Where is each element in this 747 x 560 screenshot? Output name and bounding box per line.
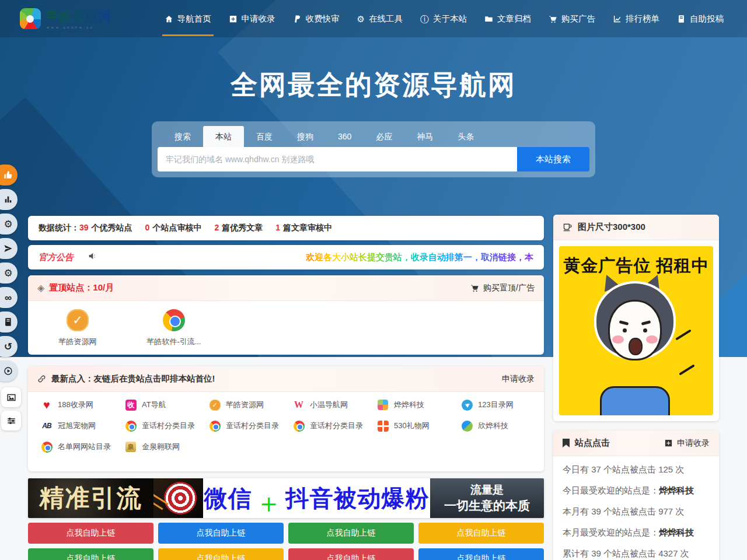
banner-segment-jingzhun: 精准引流 [28, 478, 153, 518]
site-link[interactable]: AB冠旭宠物网 [34, 420, 118, 432]
site-link[interactable]: 收AT导航 [118, 399, 202, 411]
site-link[interactable]: 烨烨科技 [370, 399, 454, 411]
tab-search-label[interactable]: 搜索 [162, 126, 203, 147]
stats-button[interactable] [0, 189, 18, 210]
refresh-button[interactable]: ↺ [0, 336, 18, 357]
announcement-text: 欢迎各大小站长提交贵站，收录自动排第一，取消链接，本 [306, 252, 533, 263]
nav-label: 在线工具 [369, 13, 403, 24]
nav-item-ranking[interactable]: 排行榜单 [613, 0, 659, 37]
speaker-icon [88, 251, 97, 263]
sliders-icon [6, 416, 16, 426]
plus-mark: ＋ [256, 485, 282, 518]
page-title: 全网最全的资源导航网 [0, 67, 747, 103]
tab-360[interactable]: 360 [326, 126, 364, 147]
journal-button[interactable] [0, 312, 18, 332]
plus-square-icon [664, 439, 673, 447]
tab-toutiao[interactable]: 头条 [445, 126, 486, 147]
click-stat-line: 今日最受欢迎的站点是：烨烨科技 [563, 485, 710, 496]
self-link-button[interactable]: 点我自助上链 [418, 548, 544, 560]
click-stat-line: 本月有 39 个站点被点击 977 次 [563, 506, 710, 517]
site-link[interactable]: 530礼物网 [370, 420, 454, 432]
infinity-button[interactable]: ∞ [0, 287, 18, 308]
globe-duo-icon [462, 421, 473, 432]
cart-icon [470, 284, 479, 292]
stats-prefix: 数据统计： [39, 223, 79, 233]
buy-pinned-ad-link[interactable]: 购买置顶/广告 [470, 283, 535, 293]
site-link[interactable]: ▶123目录网 [454, 399, 538, 411]
self-link-button[interactable]: 点我自助上链 [288, 523, 414, 544]
chrome-icon [125, 421, 137, 432]
nav-item-self-post[interactable]: 自助投稿 [677, 0, 724, 37]
self-link-button[interactable]: 点我自助上链 [158, 523, 284, 544]
ab-mark-icon: AB [41, 420, 53, 432]
tab-baidu[interactable]: 百度 [244, 126, 285, 147]
thumbs-up-icon [4, 170, 13, 180]
nav-item-archive[interactable]: 文章归档 [484, 0, 531, 37]
self-link-button[interactable]: 点我自助上链 [418, 523, 544, 544]
self-link-button[interactable]: 点我自助上链 [28, 523, 153, 544]
click-stat-line: 累计有 39 个站点被点击 4327 次 [563, 548, 710, 559]
chart-icon [613, 15, 622, 23]
gold-ad-slot-image[interactable]: 黄金广告位 招租中 [559, 246, 713, 415]
pinned-site[interactable]: ✓ 芊皓资源网 [46, 309, 110, 347]
gear-icon: ⚙ [4, 219, 12, 229]
folder-icon [484, 15, 493, 23]
nav-item-home[interactable]: 导航首页 [165, 0, 211, 37]
site-link[interactable]: 泉金泉翱联网 [118, 441, 202, 453]
site-link[interactable]: 名单网网站目录 [34, 441, 118, 453]
apply-inclusion-link[interactable]: 申请收录 [502, 374, 535, 384]
site-link[interactable]: 欣烨科技 [454, 420, 538, 432]
plus-square-icon [229, 15, 238, 23]
site-link[interactable]: W小温导航网 [286, 399, 370, 411]
nav-item-about[interactable]: ⓘ 关于本站 [420, 0, 467, 37]
pinned-site[interactable]: 芊皓软件-引流... [142, 309, 206, 347]
cup-icon [563, 222, 573, 232]
tab-this-site[interactable]: 本站 [203, 126, 244, 147]
cart-icon [549, 15, 557, 23]
nav-item-submit[interactable]: 申请收录 [229, 0, 275, 37]
stat-good-sites: 39个优秀站点 [79, 223, 132, 233]
w-mark-icon: W [293, 399, 305, 411]
ad-banner[interactable]: 精准引流 微信 ＋ 抖音被动爆粉 流量是 一切生意的本质 [28, 478, 544, 518]
nav-item-tools[interactable]: ⚙ 在线工具 [357, 0, 403, 37]
media-button[interactable] [0, 360, 18, 382]
banner-segment-wechat-douyin: 微信 ＋ 抖音被动爆粉 [203, 478, 430, 518]
self-link-button[interactable]: 点我自助上链 [158, 548, 284, 560]
image-tool-button[interactable] [1, 387, 21, 407]
site-link[interactable]: 童话村分类目录 [118, 420, 202, 432]
search-button[interactable]: 本站搜索 [517, 147, 589, 172]
announcement-bar: 官方公告 欢迎各大小站长提交贵站，收录自动排第一，取消链接，本 [28, 245, 544, 270]
click-stat-line: 本月最受欢迎的站点是：烨烨科技 [563, 527, 710, 538]
settings-button[interactable]: ⚙ [0, 214, 18, 235]
send-button[interactable] [0, 238, 18, 259]
tab-shenma[interactable]: 神马 [404, 126, 445, 147]
search-input[interactable] [158, 147, 517, 172]
site-link[interactable]: 童话村分类目录 [286, 420, 370, 432]
nav-item-paid-review[interactable]: 收费快审 [293, 0, 340, 37]
nav-label: 导航首页 [177, 13, 211, 24]
apply-inclusion-link[interactable]: 申请收录 [664, 438, 710, 449]
tab-sogou[interactable]: 搜狗 [285, 126, 326, 147]
site-link[interactable]: ♥188收录网 [34, 399, 118, 411]
site-logo[interactable]: 芊皓导航网 www.qhdhw.cn [20, 8, 111, 29]
stat-good-articles: 2篇优秀文章 [214, 223, 263, 233]
self-link-button[interactable]: 点我自助上链 [28, 548, 153, 560]
like-button[interactable] [0, 164, 18, 186]
filter-tool-button[interactable] [1, 411, 21, 430]
top-navbar: 芊皓导航网 www.qhdhw.cn 导航首页 申请收录 收费快审 ⚙ 在线工具… [0, 0, 747, 37]
logo-title: 芊皓导航网 [47, 8, 111, 24]
gem-icon: ◈ [37, 282, 44, 293]
self-link-button[interactable]: 点我自助上链 [288, 548, 414, 560]
gift-icon [378, 421, 389, 432]
send-icon [4, 244, 13, 253]
site-link[interactable]: ✓芊皓资源网 [202, 399, 286, 411]
nav-item-buy-ads[interactable]: 购买广告 [549, 0, 595, 37]
nav-label: 自助投稿 [690, 13, 724, 24]
config-button[interactable]: ⚙ [0, 262, 18, 284]
site-link[interactable]: 童话村分类目录 [202, 420, 286, 432]
tab-bing[interactable]: 必应 [364, 126, 404, 147]
gears-icon: ⚙ [357, 15, 365, 23]
latest-title: 最新点入：友链后在贵站点击即排本站首位! [37, 373, 215, 384]
search-engine-tabs: 搜索 本站 百度 搜狗 360 必应 神马 头条 [162, 126, 589, 147]
image-search-icon [6, 393, 16, 402]
